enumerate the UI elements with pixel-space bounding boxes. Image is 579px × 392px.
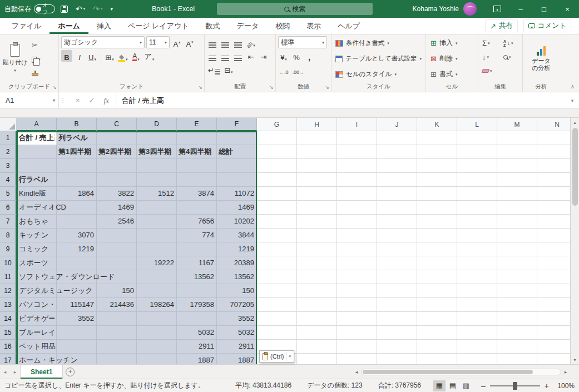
cell-M1[interactable]	[497, 131, 537, 145]
row-header-17[interactable]: 17	[0, 354, 17, 364]
cell-N12[interactable]	[537, 284, 570, 298]
cell-K14[interactable]	[417, 312, 457, 326]
font-name-combo[interactable]: 游ゴシック▾	[61, 36, 145, 48]
cell-M14[interactable]	[497, 312, 537, 326]
row-header-12[interactable]: 12	[0, 284, 17, 298]
cell-H10[interactable]	[297, 256, 337, 270]
cell-C5[interactable]: 3822	[97, 187, 137, 201]
tab-データ[interactable]: データ	[229, 18, 268, 34]
cell-C12[interactable]: 150	[97, 284, 137, 298]
cell-H4[interactable]	[297, 173, 337, 187]
cell-M3[interactable]	[497, 159, 537, 173]
cell-C7[interactable]: 2546	[97, 215, 137, 229]
cell-G6[interactable]	[257, 201, 297, 215]
row-header-7[interactable]: 7	[0, 215, 17, 229]
cell-M13[interactable]	[497, 298, 537, 312]
cell-J6[interactable]	[377, 201, 417, 215]
cell-I11[interactable]	[337, 270, 377, 284]
cell-F13[interactable]: 707205	[217, 298, 257, 312]
fill-button[interactable]: ↓▾	[481, 53, 502, 61]
zoom-slider-thumb[interactable]	[513, 382, 517, 390]
cell-I10[interactable]	[337, 256, 377, 270]
cell-M10[interactable]	[497, 256, 537, 270]
cell-D9[interactable]	[137, 242, 177, 256]
column-header-H[interactable]: H	[297, 118, 337, 131]
cell-M4[interactable]	[497, 173, 537, 187]
decrease-indent-button[interactable]: ⇤	[245, 49, 256, 61]
cell-L10[interactable]	[457, 256, 497, 270]
cell-J15[interactable]	[377, 326, 417, 340]
cell-C8[interactable]	[97, 229, 137, 242]
format-painter-button[interactable]	[29, 68, 43, 80]
comments-button[interactable]: コメント	[523, 19, 571, 32]
column-header-I[interactable]: I	[337, 118, 377, 131]
cell-K10[interactable]	[417, 256, 457, 270]
cell-L7[interactable]	[457, 215, 497, 229]
italic-button[interactable]: I	[74, 50, 85, 62]
scroll-down-icon[interactable]: ▾	[571, 355, 579, 364]
column-header-M[interactable]: M	[497, 118, 537, 131]
cell-G11[interactable]	[257, 270, 297, 284]
cell-J5[interactable]	[377, 187, 417, 201]
column-header-K[interactable]: K	[417, 118, 457, 131]
column-header-G[interactable]: G	[257, 118, 297, 131]
sum-stat[interactable]: 合計: 3767956	[378, 381, 421, 390]
cell-H3[interactable]	[297, 159, 337, 173]
cell-K1[interactable]	[417, 131, 457, 145]
align-right-button[interactable]	[232, 49, 244, 61]
cell-H15[interactable]	[297, 326, 337, 340]
cell-F15[interactable]: 5032	[217, 326, 257, 340]
number-dialog-launcher[interactable]: ↘	[325, 85, 329, 90]
insert-function-icon[interactable]: fx	[104, 96, 109, 105]
cell-I5[interactable]	[337, 187, 377, 201]
row-header-8[interactable]: 8	[0, 229, 17, 242]
cell-F12[interactable]: 150	[217, 284, 257, 298]
cell-G2[interactable]	[257, 145, 297, 159]
cell-H9[interactable]	[297, 242, 337, 256]
cell-E13[interactable]: 179358	[177, 298, 217, 312]
scroll-left-icon[interactable]: ◂	[352, 369, 361, 375]
increase-indent-button[interactable]: ⇥	[258, 49, 269, 61]
cell-D10[interactable]: 19222	[137, 256, 177, 270]
cell-C4[interactable]	[97, 173, 137, 187]
cell-E11[interactable]: 13562	[177, 270, 217, 284]
maximize-button[interactable]: □	[532, 0, 556, 18]
cell-D5[interactable]: 1512	[137, 187, 177, 201]
ribbon-display-options-button[interactable]: ▾	[486, 0, 509, 18]
column-header-A[interactable]: A	[17, 118, 57, 131]
align-center-button[interactable]	[220, 49, 231, 61]
cell-G15[interactable]	[257, 326, 297, 340]
format-cells-button[interactable]: ⊞書式▾	[428, 67, 476, 81]
row-header-9[interactable]: 9	[0, 242, 17, 256]
cell-E7[interactable]: 7656	[177, 215, 217, 229]
cell-K8[interactable]	[417, 229, 457, 242]
autosave-toggle[interactable]: 自動保存 オフ	[4, 4, 55, 14]
cell-K16[interactable]	[417, 340, 457, 354]
new-sheet-button[interactable]: +	[63, 365, 77, 379]
cell-D3[interactable]	[137, 159, 177, 173]
cell-L11[interactable]	[457, 270, 497, 284]
cell-J1[interactable]	[377, 131, 417, 145]
row-header-11[interactable]: 11	[0, 270, 17, 284]
column-header-D[interactable]: D	[137, 118, 177, 131]
cell-J4[interactable]	[377, 173, 417, 187]
tab-ヘルプ[interactable]: ヘルプ	[329, 18, 368, 34]
cell-G3[interactable]	[257, 159, 297, 173]
cell-B3[interactable]	[57, 159, 97, 173]
cell-F5[interactable]: 11072	[217, 187, 257, 201]
cell-L17[interactable]	[457, 354, 497, 364]
formula-input[interactable]: 合計 / 売上高	[116, 92, 566, 108]
cell-H16[interactable]	[297, 340, 337, 354]
horizontal-scrollbar[interactable]: ◂ ▸	[352, 365, 579, 379]
autosum-button[interactable]: Σ▾	[481, 39, 502, 47]
cut-button[interactable]: ✂	[29, 39, 43, 51]
horizontal-scrollbar-thumb[interactable]	[363, 370, 533, 374]
insert-cells-button[interactable]: ⊞挿入▾	[428, 36, 476, 50]
cell-I1[interactable]	[337, 131, 377, 145]
row-header-2[interactable]: 2	[0, 145, 17, 159]
cell-J17[interactable]	[377, 354, 417, 364]
row-header-6[interactable]: 6	[0, 201, 17, 215]
row-header-1[interactable]: 1	[0, 131, 17, 145]
cell-K6[interactable]	[417, 201, 457, 215]
cell-I13[interactable]	[337, 298, 377, 312]
